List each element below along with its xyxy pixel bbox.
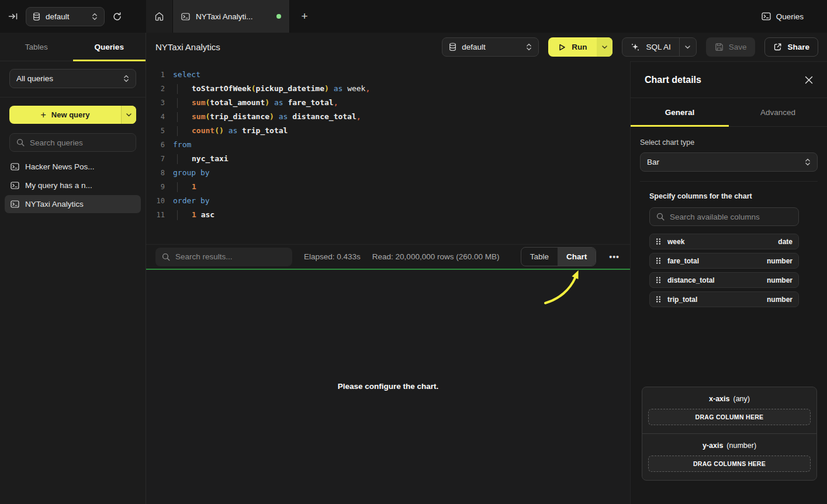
line-number: 2	[146, 82, 165, 96]
view-toggle-chart[interactable]: Chart	[558, 248, 596, 266]
new-query-button[interactable]: + New query	[9, 106, 136, 124]
sql-editor[interactable]: 1select2toStartOfWeek(pickup_datetime) a…	[146, 61, 630, 244]
columns-search-input[interactable]	[670, 213, 792, 221]
chart-canvas: Please configure the chart.	[146, 270, 630, 504]
line-number: 6	[146, 138, 165, 152]
indent-guide	[177, 210, 192, 220]
code-text: count() as trip_total	[173, 124, 288, 138]
sidebar-tabs: Tables Queries	[0, 33, 146, 61]
rows-read: Read: 20,000,000 rows (260.00 MB)	[372, 252, 500, 261]
chart-type-value: Bar	[647, 158, 800, 166]
sql-ai-label: SQL AI	[646, 43, 670, 51]
sql-console: { "top_bar": { "database_value": "defaul…	[0, 0, 827, 504]
results-search-input[interactable]	[175, 252, 286, 261]
database-value: default	[46, 12, 86, 21]
column-type: number	[767, 257, 793, 265]
indent-guide	[177, 84, 192, 94]
column-card-week[interactable]: weekdate	[649, 234, 799, 249]
save-label: Save	[729, 43, 747, 51]
column-card-distance_total[interactable]: distance_totalnumber	[649, 272, 799, 288]
play-icon	[558, 43, 566, 51]
indent-guide	[177, 126, 192, 136]
drag-handle-icon[interactable]	[656, 296, 661, 303]
top-bar-left: default	[0, 0, 146, 33]
query-tab-icon	[181, 13, 190, 20]
view-toggle-table[interactable]: Table	[521, 248, 558, 266]
run-dropdown[interactable]	[597, 37, 613, 57]
code-line: 8group by	[146, 166, 630, 180]
code-text: sum(total_amount) as fare_total,	[173, 96, 338, 110]
line-number: 8	[146, 166, 165, 180]
code-line: 2toStartOfWeek(pickup_datetime) as week,	[146, 82, 630, 96]
share-button[interactable]: Share	[764, 37, 818, 57]
columns-section: Specify columns for the chart weekdatefa…	[640, 192, 818, 311]
line-number: 7	[146, 152, 165, 166]
column-card-trip_total[interactable]: trip_totalnumber	[649, 291, 799, 307]
query-list-item[interactable]: My query has a n...	[5, 176, 141, 194]
query-icon	[11, 200, 19, 208]
query-list-item[interactable]: Hacker News Pos...	[5, 158, 141, 176]
line-number: 11	[146, 208, 165, 222]
columns-search[interactable]	[649, 207, 799, 226]
line-number: 3	[146, 96, 165, 110]
annotation-arrow	[529, 270, 593, 308]
sidebar-tab-tables[interactable]: Tables	[0, 33, 73, 61]
new-query-dropdown[interactable]	[121, 106, 136, 124]
x-axis-label: x-axis(any)	[648, 395, 811, 403]
query-search-input[interactable]	[30, 138, 129, 147]
tab-home[interactable]	[146, 0, 173, 33]
chart-type-label: Select chart type	[640, 138, 818, 147]
sql-ai-button-group: SQL AI	[622, 37, 696, 57]
more-options-icon[interactable]: •••	[608, 252, 621, 262]
indent-guide	[177, 98, 192, 108]
code-text: from	[173, 138, 191, 152]
drag-handle-icon[interactable]	[656, 276, 661, 284]
query-filter-value: All queries	[16, 74, 118, 83]
code-line: 7nyc_taxi	[146, 152, 630, 166]
run-button[interactable]: Run	[548, 37, 597, 57]
panel-tab-advanced[interactable]: Advanced	[729, 98, 827, 126]
sql-ai-dropdown[interactable]	[679, 38, 696, 56]
column-card-fare_total[interactable]: fare_totalnumber	[649, 253, 799, 269]
sql-ai-button[interactable]: SQL AI	[622, 38, 679, 56]
panel-body: Select chart type Bar Specify columns fo…	[631, 127, 827, 504]
axes-config-box: x-axis(any) DRAG COLUMN HERE y-axis(numb…	[642, 387, 817, 481]
query-search[interactable]	[9, 133, 136, 152]
new-query-main[interactable]: + New query	[9, 106, 121, 124]
code-line: 4sum(trip_distance) as distance_total,	[146, 110, 630, 124]
chart-type-select[interactable]: Bar	[640, 152, 818, 172]
tab-nytaxi-analytics[interactable]: NYTaxi Analyti...	[173, 0, 290, 33]
run-label: Run	[572, 43, 587, 51]
y-axis-dropzone[interactable]: DRAG COLUMNS HERE	[648, 456, 811, 472]
new-tab-button[interactable]: +	[290, 0, 319, 33]
results-search[interactable]	[155, 248, 292, 266]
columns-section-label: Specify columns for the chart	[649, 192, 799, 200]
top-bar-right: Queries	[762, 0, 827, 33]
x-axis-dropzone[interactable]: DRAG COLUMN HERE	[648, 409, 811, 425]
chevron-updown-icon	[92, 13, 98, 20]
queries-button[interactable]: Queries	[776, 12, 804, 21]
code-text: select	[173, 68, 200, 82]
code-text: toStartOfWeek(pickup_datetime) as week,	[173, 82, 370, 96]
close-icon[interactable]	[805, 76, 813, 84]
indent-guide	[177, 112, 192, 122]
y-axis-name: y-axis	[703, 442, 723, 450]
drag-handle-icon[interactable]	[656, 257, 661, 265]
elapsed-time: Elapsed: 0.433s	[304, 252, 361, 261]
page-title: NYTaxi Analytics	[155, 42, 220, 52]
database-selector[interactable]: default	[26, 7, 105, 26]
y-axis-label: y-axis(number)	[648, 442, 811, 450]
save-button[interactable]: Save	[706, 37, 756, 57]
query-filter-select[interactable]: All queries	[9, 69, 136, 88]
drag-handle-icon[interactable]	[656, 238, 661, 245]
query-item-label: Hacker News Pos...	[25, 162, 95, 171]
panel-tab-general[interactable]: General	[631, 98, 729, 126]
code-line: 91	[146, 180, 630, 194]
run-database-selector[interactable]: default	[442, 37, 539, 57]
refresh-icon[interactable]	[112, 12, 122, 22]
collapse-sidebar-icon[interactable]	[8, 12, 18, 21]
column-name: week	[667, 238, 684, 246]
code-line: 1select	[146, 68, 630, 82]
query-list-item[interactable]: NYTaxi Analytics	[5, 195, 141, 213]
sidebar-tab-queries[interactable]: Queries	[73, 33, 146, 61]
